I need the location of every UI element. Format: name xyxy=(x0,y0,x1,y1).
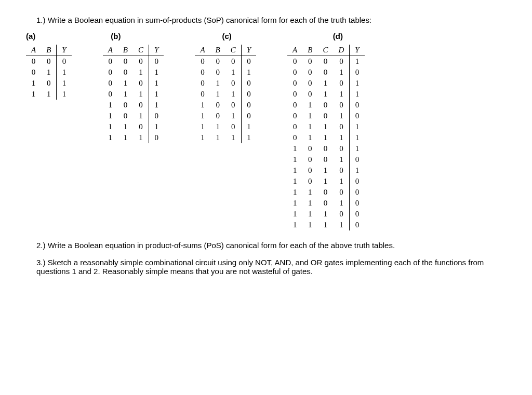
table-cell: 1 xyxy=(302,198,317,209)
table-cell: 1 xyxy=(149,121,164,132)
table-cell: 0 xyxy=(333,187,349,198)
table-row: 01101 xyxy=(287,121,365,132)
table-cell: 1 xyxy=(149,100,164,111)
table-row: 01111 xyxy=(287,132,365,143)
table-row: 00101 xyxy=(287,78,365,89)
table-cell: 1 xyxy=(317,78,333,89)
table-cell: 0 xyxy=(317,56,333,67)
table-cell: 0 xyxy=(57,56,72,67)
table-header: Y xyxy=(149,45,164,56)
table-cell: 1 xyxy=(118,78,133,89)
q1-text: Write a Boolean equation in sum-of-produ… xyxy=(48,16,371,24)
question-3: 3.) Sketch a reasonably simple combinati… xyxy=(26,258,506,276)
table-cell: 0 xyxy=(241,78,256,89)
truth-table-d: ABCDY00001000100010100111010000101001101… xyxy=(287,45,365,230)
table-cell: 1 xyxy=(333,132,349,143)
table-cell: 0 xyxy=(133,78,149,89)
table-header: Y xyxy=(241,45,256,56)
table-cell: 1 xyxy=(333,154,349,165)
table-cell: 0 xyxy=(317,187,333,198)
table-cell: 0 xyxy=(103,56,118,67)
table-cell: 1 xyxy=(26,89,41,100)
table-cell: 0 xyxy=(333,121,349,132)
table-row: 10110 xyxy=(287,176,365,187)
table-cell: 1 xyxy=(350,121,365,132)
table-cell: 1 xyxy=(133,132,149,143)
table-cell: 0 xyxy=(350,198,365,209)
table-cell: 0 xyxy=(317,198,333,209)
table-cell: 0 xyxy=(333,78,349,89)
table-cell: 0 xyxy=(333,209,349,220)
q1-number: 1.) xyxy=(36,16,46,24)
table-cell: 0 xyxy=(41,56,57,67)
table-cell: 1 xyxy=(333,67,349,78)
table-cell: 0 xyxy=(333,143,349,154)
table-row: 0101 xyxy=(103,78,164,89)
table-cell: 0 xyxy=(225,100,242,111)
table-cell: 1 xyxy=(302,187,317,198)
table-cell: 0 xyxy=(302,176,317,187)
table-cell: 0 xyxy=(350,67,365,78)
table-cell: 0 xyxy=(195,89,210,100)
question-2: 2.) Write a Boolean equation in product-… xyxy=(26,241,506,250)
table-cell: 1 xyxy=(210,121,225,132)
table-cell: 0 xyxy=(333,165,349,176)
table-cell: 1 xyxy=(287,220,302,230)
table-cell: 1 xyxy=(287,198,302,209)
table-row: 11010 xyxy=(287,198,365,209)
table-cell: 0 xyxy=(350,154,365,165)
table-cell: 1 xyxy=(149,67,164,78)
table-row: 10001 xyxy=(287,143,365,154)
table-row: 00001 xyxy=(287,56,365,67)
table-row: 0011 xyxy=(103,67,164,78)
part-label-b: (b) xyxy=(111,32,121,40)
table-cell: 1 xyxy=(317,209,333,220)
table-cell: 1 xyxy=(317,132,333,143)
table-cell: 1 xyxy=(133,111,149,121)
table-row: 0000 xyxy=(195,56,256,67)
table-cell: 0 xyxy=(302,67,317,78)
table-cell: 1 xyxy=(350,89,365,100)
part-label-d: (d) xyxy=(333,32,343,40)
table-row: 0011 xyxy=(195,67,256,78)
table-cell: 1 xyxy=(149,78,164,89)
table-cell: 1 xyxy=(133,89,149,100)
table-cell: 0 xyxy=(241,89,256,100)
table-row: 000 xyxy=(26,56,72,67)
truth-tables-row: ABY000011101111 ABCY00000011010101111001… xyxy=(26,45,506,230)
truth-table-b: ABCY00000011010101111001101011011110 xyxy=(103,45,164,143)
table-cell: 1 xyxy=(133,67,149,78)
table-row: 0100 xyxy=(195,78,256,89)
table-cell: 0 xyxy=(225,121,242,132)
table-cell: 0 xyxy=(210,56,225,67)
table-cell: 1 xyxy=(287,165,302,176)
table-cell: 0 xyxy=(287,56,302,67)
table-cell: 0 xyxy=(350,111,365,121)
table-row: 01000 xyxy=(287,100,365,111)
table-header: A xyxy=(103,45,118,56)
table-cell: 1 xyxy=(195,121,210,132)
table-cell: 1 xyxy=(195,100,210,111)
table-cell: 0 xyxy=(241,56,256,67)
table-row: 0000 xyxy=(103,56,164,67)
table-row: 00010 xyxy=(287,67,365,78)
table-cell: 0 xyxy=(317,111,333,121)
table-cell: 1 xyxy=(350,165,365,176)
table-cell: 0 xyxy=(350,209,365,220)
table-cell: 0 xyxy=(26,56,41,67)
table-cell: 0 xyxy=(302,143,317,154)
table-cell: 0 xyxy=(133,121,149,132)
table-cell: 0 xyxy=(302,89,317,100)
table-cell: 1 xyxy=(57,78,72,89)
table-cell: 1 xyxy=(317,89,333,100)
table-row: 1010 xyxy=(103,111,164,121)
table-cell: 1 xyxy=(210,78,225,89)
table-header: B xyxy=(302,45,317,56)
table-cell: 0 xyxy=(241,100,256,111)
table-cell: 1 xyxy=(26,78,41,89)
table-cell: 0 xyxy=(287,67,302,78)
table-cell: 1 xyxy=(317,176,333,187)
part-label-c: (c) xyxy=(222,32,232,40)
table-cell: 1 xyxy=(241,121,256,132)
table-cell: 1 xyxy=(103,111,118,121)
